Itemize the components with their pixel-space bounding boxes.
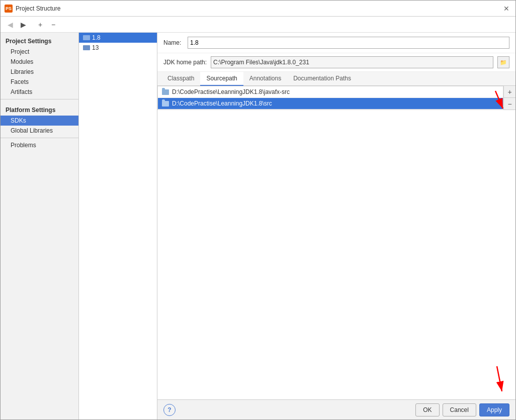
project-structure-window: PS Project Structure ✕ ◀ ▶ + − Project S…	[0, 0, 516, 420]
tab-sourcepath[interactable]: Sourcepath	[200, 72, 243, 86]
cancel-button[interactable]: Cancel	[443, 403, 476, 416]
bottom-bar: ? OK Ca	[157, 399, 515, 419]
jdk-path-row: JDK home path: C:\Program Files\Java\jdk…	[157, 53, 515, 72]
sidebar-item-modules[interactable]: Modules	[1, 57, 78, 67]
folder-open-icon: 📁	[500, 59, 507, 66]
sidebar-item-problems[interactable]: Problems	[1, 140, 78, 150]
main-content: Project Settings Project Modules Librari…	[1, 33, 515, 419]
remove-button[interactable]: −	[48, 19, 59, 30]
bottom-buttons: OK Cancel Apply	[415, 403, 509, 416]
paths-list-wrapper: D:\CodePractise\LeanningJDK1.8\javafx-sr…	[157, 86, 503, 399]
folder-icon-0	[162, 89, 169, 95]
side-buttons: + −	[503, 86, 515, 110]
sidebar-item-libraries[interactable]: Libraries	[1, 67, 78, 77]
path-label-0: D:\CodePractise\LeanningJDK1.8\javafx-sr…	[172, 88, 290, 95]
name-label: Name:	[163, 39, 184, 46]
sdk-item-1-8[interactable]: 1.8	[79, 33, 157, 43]
window-title: Project Structure	[16, 5, 498, 12]
sdk-folder-icon	[83, 35, 90, 40]
sdk-list: 1.8 13	[79, 33, 157, 53]
content-panel: Name: JDK home path: C:\Program Files\Ja…	[157, 33, 515, 419]
sidebar-item-project[interactable]: Project	[1, 47, 78, 57]
paths-list: D:\CodePractise\LeanningJDK1.8\javafx-sr…	[157, 86, 503, 110]
paths-area: D:\CodePractise\LeanningJDK1.8\javafx-sr…	[157, 86, 515, 399]
jdk-path-label: JDK home path:	[163, 59, 207, 66]
tab-documentation-paths[interactable]: Documentation Paths	[287, 72, 357, 86]
name-input[interactable]	[188, 37, 509, 49]
sidebar-item-global-libraries[interactable]: Global Libraries	[1, 126, 78, 136]
back-button[interactable]: ◀	[5, 19, 16, 30]
project-settings-title: Project Settings	[1, 33, 78, 47]
sidebar-divider	[1, 99, 78, 99]
sidebar: Project Settings Project Modules Librari…	[1, 33, 79, 419]
sidebar-item-sdks[interactable]: SDKs	[1, 116, 78, 126]
sdk-item-13[interactable]: 13	[79, 43, 157, 53]
tab-classpath[interactable]: Classpath	[161, 72, 200, 86]
jdk-path-value: C:\Program Files\Java\jdk1.8.0_231	[211, 56, 493, 68]
jdk-path-browse-button[interactable]: 📁	[497, 56, 509, 68]
sidebar-item-artifacts[interactable]: Artifacts	[1, 87, 78, 97]
app-icon: PS	[5, 5, 13, 13]
platform-settings-title: Platform Settings	[1, 101, 78, 116]
name-row: Name:	[157, 33, 515, 53]
sdk-item-label: 1.8	[92, 34, 101, 41]
apply-button[interactable]: Apply	[479, 403, 509, 416]
sdk-item-label-13: 13	[92, 44, 99, 51]
sidebar-item-facets[interactable]: Facets	[1, 77, 78, 87]
add-button[interactable]: +	[35, 19, 46, 30]
close-button[interactable]: ✕	[501, 4, 511, 14]
sidebar-divider-2	[1, 138, 78, 138]
path-item-1[interactable]: D:\CodePractise\LeanningJDK1.8\src	[158, 98, 503, 110]
add-path-button[interactable]: +	[503, 86, 515, 98]
sdk-list-panel: 1.8 13	[79, 33, 157, 419]
help-button[interactable]: ?	[163, 404, 176, 416]
path-item-0[interactable]: D:\CodePractise\LeanningJDK1.8\javafx-sr…	[158, 86, 503, 98]
toolbar: ◀ ▶ + −	[1, 17, 515, 33]
title-bar: PS Project Structure ✕	[1, 1, 515, 17]
tabs-bar: Classpath Sourcepath Annotations Documen…	[157, 72, 515, 86]
ok-button[interactable]: OK	[415, 403, 439, 416]
tab-annotations[interactable]: Annotations	[243, 72, 287, 86]
remove-path-button[interactable]: −	[503, 98, 515, 110]
forward-button[interactable]: ▶	[18, 19, 29, 30]
path-label-1: D:\CodePractise\LeanningJDK1.8\src	[172, 100, 272, 107]
sdk-folder-icon-13	[83, 45, 90, 50]
folder-icon-1	[162, 101, 169, 107]
